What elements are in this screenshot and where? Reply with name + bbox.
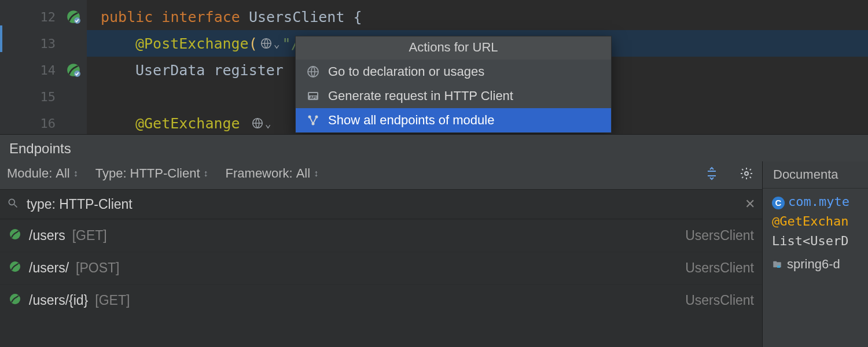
- class-icon: C: [772, 197, 785, 209]
- gutter-line: 12: [0, 3, 87, 30]
- doc-module-line: spring6-d: [772, 254, 868, 274]
- popup-action-label: Generate request in HTTP Client: [328, 88, 513, 104]
- endpoint-owner: UsersClient: [685, 293, 754, 308]
- code-token: public: [101, 9, 161, 25]
- filter-type[interactable]: Type: HTTP-Client ↕: [95, 166, 208, 181]
- code-token: @PostExchange: [135, 35, 249, 52]
- code-token: [240, 115, 249, 132]
- code-token: {: [354, 9, 362, 25]
- url-globe-icon[interactable]: ⌄: [260, 37, 280, 50]
- spring-gutter-icon[interactable]: [66, 62, 81, 77]
- code-token: @GetExchange: [135, 115, 240, 132]
- svg-line-2: [14, 204, 17, 207]
- line-number: 15: [0, 90, 60, 104]
- filter-framework-label: Framework:: [226, 166, 293, 181]
- doc-annotation: @GetExchan: [772, 212, 868, 231]
- endpoints-icon: [306, 113, 320, 127]
- endpoint-path: /users/{id}: [29, 293, 88, 308]
- endpoint-row[interactable]: /users/ [POST]UsersClient: [0, 252, 762, 284]
- editor-change-marker: [0, 0, 2, 134]
- filter-type-value: HTTP-Client: [130, 166, 200, 181]
- chevron-updown-icon: ↕: [73, 168, 78, 179]
- search-icon: [7, 197, 19, 212]
- gutter-icon-empty: [66, 89, 81, 104]
- endpoint-path: /users/: [29, 260, 69, 276]
- url-actions-popup: Actions for URL Go to declaration or usa…: [295, 36, 612, 133]
- popup-action-item[interactable]: Go to declaration or usages: [296, 60, 611, 84]
- chevron-updown-icon: ↕: [204, 168, 208, 179]
- endpoint-method: [GET]: [72, 228, 107, 243]
- url-globe-icon[interactable]: ⌄: [251, 117, 271, 130]
- spring-endpoint-icon: [8, 260, 22, 277]
- globe-icon: [306, 65, 320, 79]
- popup-action-item[interactable]: Generate request in HTTP Client: [296, 84, 611, 108]
- spring-endpoint-icon: [8, 227, 22, 245]
- endpoints-filter-bar: Module: All ↕ Type: HTTP-Client ↕ Framew…: [0, 161, 762, 189]
- filter-module-label: Module:: [7, 166, 52, 181]
- code-token: UserData register: [135, 62, 284, 79]
- popup-action-item[interactable]: Show all endpoints of module: [296, 108, 611, 132]
- gutter-line: 15: [0, 83, 87, 110]
- code-editor[interactable]: 1213141516 public interface UsersClient …: [0, 0, 868, 134]
- doc-class-line: Ccom.myte: [772, 192, 868, 212]
- doc-package[interactable]: com.myte: [788, 194, 849, 209]
- clear-search-button[interactable]: ✕: [745, 197, 755, 212]
- spring-endpoint-icon: [8, 292, 22, 309]
- documentation-panel: Documenta Ccom.myte @GetExchan List<User…: [763, 161, 868, 347]
- popup-title: Actions for URL: [296, 36, 611, 60]
- gutter-line: 16: [0, 110, 87, 134]
- filter-framework-value: All: [296, 166, 310, 181]
- chevron-updown-icon: ↕: [314, 168, 318, 179]
- expand-collapse-button[interactable]: [703, 165, 720, 182]
- gutter-line: 13: [0, 30, 87, 57]
- editor-gutter: 1213141516: [0, 0, 87, 134]
- popup-action-label: Go to declaration or usages: [328, 64, 484, 79]
- code-token: (: [249, 35, 258, 52]
- doc-module-name: spring6-d: [787, 254, 840, 274]
- gutter-icon-empty: [66, 116, 81, 131]
- line-number: 13: [0, 36, 60, 51]
- endpoints-list: /users [GET]UsersClient/users/ [POST]Use…: [0, 219, 762, 316]
- code-line[interactable]: public interface UsersClient {: [87, 3, 868, 30]
- settings-button[interactable]: [738, 165, 755, 182]
- gutter-icon-empty: [66, 36, 81, 51]
- documentation-tab[interactable]: Documenta: [763, 161, 868, 189]
- svg-rect-5: [777, 266, 780, 268]
- code-token: interface: [161, 9, 249, 25]
- endpoints-search[interactable]: ✕: [0, 189, 762, 219]
- api-icon: [306, 89, 320, 103]
- filter-module[interactable]: Module: All ↕: [7, 166, 78, 181]
- filter-type-label: Type:: [95, 166, 127, 181]
- endpoint-path: /users: [29, 228, 65, 243]
- svg-point-1: [9, 199, 14, 205]
- endpoint-owner: UsersClient: [685, 228, 754, 243]
- module-icon: [772, 259, 782, 270]
- endpoint-owner: UsersClient: [685, 260, 754, 276]
- filter-framework[interactable]: Framework: All ↕: [226, 166, 319, 181]
- doc-signature: List<UserD: [772, 231, 868, 251]
- svg-rect-4: [773, 261, 777, 263]
- endpoint-method: [POST]: [76, 260, 119, 276]
- endpoint-row[interactable]: /users [GET]UsersClient: [0, 219, 762, 252]
- code-token: UsersClient: [249, 9, 354, 25]
- popup-action-label: Show all endpoints of module: [328, 113, 494, 128]
- svg-point-0: [745, 172, 748, 175]
- toolwindow-title: Endpoints: [0, 134, 868, 161]
- line-number: 12: [0, 10, 60, 24]
- line-number: 16: [0, 116, 60, 131]
- endpoint-row[interactable]: /users/{id} [GET]UsersClient: [0, 284, 762, 316]
- gutter-line: 14: [0, 57, 87, 83]
- filter-module-value: All: [56, 166, 69, 181]
- endpoints-search-input[interactable]: [25, 196, 738, 213]
- line-number: 14: [0, 63, 60, 77]
- endpoint-method: [GET]: [95, 293, 130, 308]
- spring-gutter-icon[interactable]: [66, 9, 81, 24]
